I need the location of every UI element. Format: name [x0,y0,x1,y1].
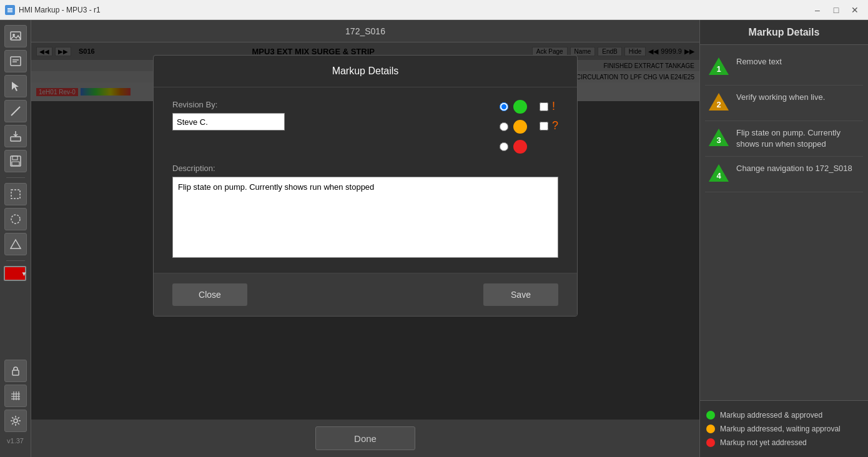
color-section [500,100,527,154]
text-icon[interactable] [4,50,27,72]
main-area: ▼ v1.37 172_S016 ◀◀ [0,20,868,457]
svg-point-15 [11,215,20,224]
svg-rect-4 [11,32,21,40]
done-bar: Done [31,420,699,457]
modal-footer: Close Save [154,273,577,316]
severity-checkbox-exclaim[interactable] [540,102,548,111]
color-radio-red[interactable] [500,142,508,151]
list-item[interactable]: 4 Change navigation to 172_S018 [705,157,863,192]
version-label: v1.37 [4,435,26,447]
minimize-button[interactable]: – [809,4,826,16]
right-panel: Markup Details 1 Remove text 2 Verify wo… [699,20,868,457]
form-section: Revision By: [172,100,487,130]
top-bar: 172_S016 [31,20,699,42]
description-label: Description: [172,164,558,173]
filename-label: 172_S016 [345,26,385,36]
save-tool[interactable] [4,150,27,172]
markup-details-modal: Markup Details Revision By: [153,55,578,317]
rect-select-tool[interactable] [4,183,27,205]
severity-section: ! ? [540,100,558,132]
desc-section: Description: Flip state on pump. Current… [172,164,558,260]
legend-text-green: Markup addressed & approved [720,411,822,420]
color-circle-green[interactable] [513,100,527,114]
svg-text:4: 4 [716,171,721,180]
modal-body: Revision By: [154,87,577,273]
revision-input[interactable] [172,113,285,130]
svg-line-9 [11,107,20,115]
titlebar: HMI Markup - MPU3 - r1 – □ ✕ [0,0,868,20]
color-row-red [500,140,527,154]
right-panel-title: Markup Details [700,20,868,45]
question-icon: ? [552,119,558,132]
app-icon [5,5,15,15]
left-side: 172_S016 ◀◀ ▶▶ S016 MPU3 EXT MIX SURGE &… [31,20,699,457]
modal-title: Markup Details [154,56,577,87]
color-radio-yellow[interactable] [500,122,508,131]
close-button[interactable]: ✕ [847,4,863,16]
exclamation-icon: ! [552,100,555,113]
severity-row-exclaim: ! [540,100,558,113]
left-toolbar: ▼ v1.37 [0,20,31,457]
list-item[interactable]: 3 Flip state on pump. Currently shows ru… [705,121,863,157]
legend-text-yellow: Markup addressed, waiting approval [720,425,841,433]
svg-marker-16 [11,240,21,248]
triangle-tool[interactable] [4,233,27,255]
titlebar-controls: – □ ✕ [809,4,863,16]
hmi-screen: ◀◀ ▶▶ S016 MPU3 EXT MIX SURGE & STRIP Ac… [31,42,699,420]
close-modal-button[interactable]: Close [172,283,247,306]
item-3-badge: 3 [708,127,730,150]
svg-text:2: 2 [716,100,721,109]
legend-dot-yellow [706,425,715,433]
toolbar-separator-2 [6,260,25,261]
svg-point-24 [14,419,17,423]
titlebar-left: HMI Markup - MPU3 - r1 [5,5,101,15]
upload-icon[interactable] [4,125,27,147]
item-3-text: Flip state on pump. Currently shows run … [736,127,861,150]
legend-item-green: Markup addressed & approved [706,408,862,422]
legend-dot-green [706,411,715,420]
modal-overlay: Markup Details Revision By: [31,42,699,420]
image-icon[interactable] [4,25,27,47]
svg-rect-1 [7,8,12,9]
svg-rect-12 [12,156,17,160]
item-2-text: Verify working when live. [736,92,825,103]
item-2-badge: 2 [708,92,730,114]
save-modal-button[interactable]: Save [483,283,558,306]
item-1-badge: 1 [708,56,730,79]
legend-text-red: Markup not yet addressed [720,438,807,447]
grid-icon[interactable] [4,385,27,407]
toolbar-separator-1 [6,177,25,178]
revision-label: Revision By: [172,100,487,109]
svg-rect-6 [11,57,21,66]
color-row-yellow [500,120,527,134]
severity-checkbox-question[interactable] [540,122,548,130]
modal-top-row: Revision By: [172,100,558,154]
svg-text:1: 1 [716,64,721,74]
legend-dot-red [706,438,715,447]
color-row-green [500,100,527,114]
color-circle-yellow[interactable] [513,120,527,134]
color-circle-red[interactable] [513,140,527,154]
list-item[interactable]: 2 Verify working when live. [705,86,863,121]
item-4-badge: 4 [708,163,730,185]
pointer-tool[interactable] [4,75,27,97]
ellipse-tool[interactable] [4,208,27,230]
color-radio-green[interactable] [500,102,508,111]
done-button[interactable]: Done [315,426,415,450]
app-title: HMI Markup - MPU3 - r1 [19,6,101,14]
markup-list: 1 Remove text 2 Verify working when live… [700,45,868,400]
item-4-text: Change navigation to 172_S018 [736,163,852,174]
settings-icon[interactable] [4,410,27,432]
color-dropdown-arrow[interactable]: ▼ [21,270,27,277]
svg-text:3: 3 [716,135,721,145]
line-tool[interactable] [4,100,27,122]
maximize-button[interactable]: □ [828,4,844,16]
svg-rect-13 [12,162,19,165]
lock-icon[interactable] [4,360,27,382]
description-textarea[interactable]: Flip state on pump. Currently shows run … [172,177,558,258]
legend-item-yellow: Markup addressed, waiting approval [706,422,862,436]
bottom-left-icons: v1.37 [4,355,27,452]
svg-rect-17 [12,370,19,375]
legend-area: Markup addressed & approved Markup addre… [700,400,868,457]
list-item[interactable]: 1 Remove text [705,50,863,86]
